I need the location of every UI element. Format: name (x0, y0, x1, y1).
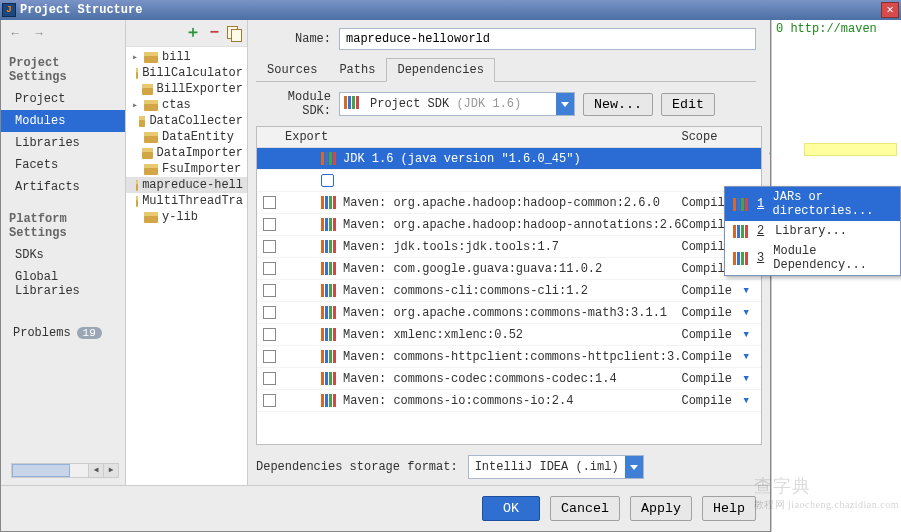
folder-icon (144, 100, 158, 111)
problems-badge: 19 (77, 327, 102, 339)
export-checkbox[interactable] (263, 262, 276, 275)
table-row[interactable]: Maven: org.apache.commons:commons-math3:… (257, 302, 761, 324)
module-MultiThreadTra[interactable]: MultiThreadTra (126, 193, 247, 209)
table-row[interactable]: Maven: org.apache.hadoop:hadoop-common:2… (257, 192, 761, 214)
module-BillExporter[interactable]: BillExporter (126, 81, 247, 97)
export-checkbox[interactable] (263, 196, 276, 209)
back-icon[interactable]: ← (7, 26, 23, 42)
table-row[interactable]: Maven: jdk.tools:jdk.tools:1.7Compile▼ (257, 236, 761, 258)
export-checkbox[interactable] (263, 372, 276, 385)
module-tabs: SourcesPathsDependencies (256, 58, 756, 82)
table-row[interactable]: Maven: commons-cli:commons-cli:1.2Compil… (257, 280, 761, 302)
dependencies-table: Export Scope JDK 1.6 (java version "1.6.… (256, 126, 762, 445)
module-DataCollecter[interactable]: DataCollecter (126, 113, 247, 129)
export-checkbox[interactable] (263, 284, 276, 297)
table-row[interactable] (257, 170, 761, 192)
export-checkbox[interactable] (263, 394, 276, 407)
export-checkbox[interactable] (263, 240, 276, 253)
expand-icon[interactable]: ▸ (130, 99, 140, 111)
library-icon (321, 372, 337, 385)
export-checkbox[interactable] (263, 350, 276, 363)
tab-sources[interactable]: Sources (256, 58, 328, 81)
menu-item-module-dependency-[interactable]: 3Module Dependency... (725, 241, 900, 275)
url-panel: 0 http://maven (771, 20, 899, 532)
folder-icon (144, 52, 158, 63)
storage-format-combo[interactable]: IntelliJ IDEA (.iml) (468, 455, 644, 479)
remove-module-icon[interactable]: − (209, 24, 219, 42)
nav-problems-label[interactable]: Problems (13, 326, 71, 340)
nav-item-modules[interactable]: Modules (1, 110, 125, 132)
table-row[interactable]: Maven: commons-io:commons-io:2.4Compile▼ (257, 390, 761, 412)
tab-paths[interactable]: Paths (328, 58, 386, 81)
table-row[interactable]: JDK 1.6 (java version "1.6.0_45") (257, 148, 761, 170)
folder-icon (136, 68, 138, 79)
folder-icon (142, 84, 153, 95)
nav-item-project[interactable]: Project (1, 88, 125, 110)
module-source-icon (321, 174, 334, 187)
folder-icon (144, 132, 158, 143)
col-scope[interactable]: Scope (681, 127, 743, 147)
nav-item-facets[interactable]: Facets (1, 154, 125, 176)
section-platform-settings: Platform Settings (1, 208, 125, 244)
module-name-input[interactable] (339, 28, 756, 50)
module-DataEntity[interactable]: DataEntity (126, 129, 247, 145)
highlight-bar (804, 143, 897, 156)
cancel-button[interactable]: Cancel (550, 496, 620, 521)
scroll-right-icon[interactable]: ▸ (103, 464, 118, 477)
module-sdk-combo[interactable]: Project SDK (JDK 1.6) (339, 92, 575, 116)
menu-item-library-[interactable]: 2Library... (725, 221, 900, 241)
col-export[interactable]: Export (281, 127, 341, 147)
new-sdk-button[interactable]: New... (583, 93, 653, 116)
export-checkbox[interactable] (263, 306, 276, 319)
help-button[interactable]: Help (702, 496, 756, 521)
menu-item-jars-or-directories-[interactable]: 1JARs or directories... (725, 187, 900, 221)
table-row[interactable]: Maven: com.google.guava:guava:11.0.2Comp… (257, 258, 761, 280)
nav-item-global-libraries[interactable]: Global Libraries (1, 266, 125, 302)
nav-item-sdks[interactable]: SDKs (1, 244, 125, 266)
library-icon (321, 306, 337, 319)
folder-icon (144, 164, 158, 175)
forward-icon[interactable]: → (31, 26, 47, 42)
expand-icon[interactable]: ▸ (130, 51, 140, 63)
module-mapreduce-hell[interactable]: mapreduce-hell (126, 177, 247, 193)
library-icon (321, 284, 337, 297)
library-icon (321, 196, 337, 209)
export-checkbox[interactable] (263, 328, 276, 341)
nav-item-libraries[interactable]: Libraries (1, 132, 125, 154)
chevron-down-icon[interactable] (625, 456, 643, 478)
name-label: Name: (256, 32, 331, 46)
module-content: Name: SourcesPathsDependencies Module SD… (248, 20, 770, 485)
export-checkbox[interactable] (263, 218, 276, 231)
table-row[interactable]: Maven: xmlenc:xmlenc:0.52Compile▼ (257, 324, 761, 346)
library-icon (321, 152, 337, 165)
library-icon (733, 198, 749, 211)
table-row[interactable]: Maven: commons-httpclient:commons-httpcl… (257, 346, 761, 368)
table-row[interactable]: Maven: org.apache.hadoop:hadoop-annotati… (257, 214, 761, 236)
folder-icon (136, 180, 138, 191)
tab-dependencies[interactable]: Dependencies (386, 58, 494, 82)
module-BillCalculator[interactable]: BillCalculator (126, 65, 247, 81)
apply-button[interactable]: Apply (630, 496, 692, 521)
module-bill[interactable]: ▸bill (126, 49, 247, 65)
module-DataImporter[interactable]: DataImporter (126, 145, 247, 161)
table-row[interactable]: Maven: commons-codec:commons-codec:1.4Co… (257, 368, 761, 390)
add-dependency-icon[interactable]: ＋ (766, 148, 770, 160)
add-dependency-menu: 1JARs or directories...2Library...3Modul… (724, 186, 901, 276)
chevron-down-icon[interactable] (556, 93, 574, 115)
scrollbar-thumb[interactable] (12, 464, 70, 477)
copy-module-icon[interactable] (227, 26, 241, 40)
scroll-left-icon[interactable]: ◂ (88, 464, 103, 477)
leftnav-scrollbar[interactable]: ◂ ▸ (11, 463, 119, 478)
close-icon[interactable]: ✕ (881, 2, 899, 18)
nav-item-artifacts[interactable]: Artifacts (1, 176, 125, 198)
add-module-icon[interactable]: ＋ (185, 27, 201, 39)
module-y-lib[interactable]: y-lib (126, 209, 247, 225)
module-ctas[interactable]: ▸ctas (126, 97, 247, 113)
module-FsuImporter[interactable]: FsuImporter (126, 161, 247, 177)
module-tree: ＋ − ▸billBillCalculatorBillExporter▸ctas… (126, 20, 248, 485)
storage-label: Dependencies storage format: (256, 460, 458, 474)
edit-sdk-button[interactable]: Edit (661, 93, 715, 116)
ok-button[interactable]: OK (482, 496, 540, 521)
library-icon (321, 218, 337, 231)
section-project-settings: Project Settings (1, 52, 125, 88)
